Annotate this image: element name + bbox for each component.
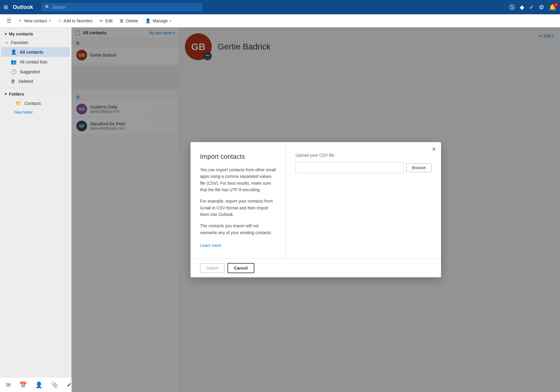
hamburger-icon[interactable]: ☰ xyxy=(4,16,14,26)
star-icon: ☆ xyxy=(58,18,62,24)
sidebar: ▾ My contacts ★ Favorites 👤 All contacts… xyxy=(0,27,72,392)
modal-description-2: For example, export your contacts from G… xyxy=(200,198,276,218)
top-bar-right: Ⓢ ◆ ✓ ⚙ 🔔 4 xyxy=(509,3,556,11)
checkmark-icon[interactable]: ✓ xyxy=(529,4,534,11)
add-to-favorites-button[interactable]: ☆ Add to favorites xyxy=(54,16,96,25)
chevron-down-icon: ▾ xyxy=(5,32,7,36)
notifications-icon[interactable]: 🔔 4 xyxy=(549,4,556,11)
trash-icon: 🗑 xyxy=(120,18,124,23)
people-icon: 👥 xyxy=(11,59,17,65)
modal-close-button[interactable]: × xyxy=(429,144,439,154)
modal-wrapper: Import contacts You can import contacts … xyxy=(191,142,441,278)
sidebar-my-contacts-section[interactable]: ▾ My contacts xyxy=(0,30,71,38)
mail-icon[interactable]: ✉ xyxy=(6,381,11,388)
search-input[interactable] xyxy=(52,5,199,10)
sidebar-item-deleted[interactable]: 🗑 Deleted xyxy=(1,77,70,86)
main-layout: ▾ My contacts ★ Favorites 👤 All contacts… xyxy=(0,27,560,392)
diamond-icon[interactable]: ◆ xyxy=(520,4,524,11)
modal-right-panel: Upload your CSV file Browse xyxy=(286,142,441,259)
search-icon: 🔍 xyxy=(45,5,50,10)
person-icon: 👤 xyxy=(11,49,17,55)
manage-dropdown-icon: ▾ xyxy=(170,19,171,23)
manage-button[interactable]: 👤 Manage ▾ xyxy=(142,16,175,25)
modal-body: Import contacts You can import contacts … xyxy=(191,142,441,259)
waffle-icon[interactable]: ⊞ xyxy=(4,4,8,10)
folder-icon: 📁 xyxy=(16,100,21,106)
edit-button[interactable]: ✏ Edit xyxy=(96,16,116,25)
browse-button[interactable]: Browse xyxy=(406,163,431,172)
top-bar: ⊞ Outlook 🔍 Ⓢ ◆ ✓ ⚙ 🔔 4 xyxy=(0,0,560,14)
search-box: 🔍 xyxy=(41,3,202,11)
modal-overlay: Import contacts You can import contacts … xyxy=(72,27,560,392)
modal-footer: Import Cancel xyxy=(191,259,441,277)
new-folder-link[interactable]: New folder xyxy=(0,108,71,116)
file-text-box[interactable] xyxy=(296,162,404,173)
sidebar-item-suggested[interactable]: 🕐 Suggested xyxy=(1,67,70,77)
plus-icon: ＋ xyxy=(18,18,22,24)
sidebar-item-contacts-folder[interactable]: 📁 Contacts xyxy=(1,98,70,108)
modal-description-3: The contacts you import will not overwri… xyxy=(200,223,276,236)
delete-button[interactable]: 🗑 Delete xyxy=(116,16,141,25)
modal-left-panel: Import contacts You can import contacts … xyxy=(191,142,286,259)
skype-icon[interactable]: Ⓢ xyxy=(509,3,515,11)
star-filled-icon: ★ xyxy=(5,40,9,45)
notification-badge: 4 xyxy=(553,2,558,7)
sidebar-item-all-contacts[interactable]: 👤 All contacts xyxy=(1,47,70,57)
bottom-nav: ✉ 📅 👤 📎 ✔ xyxy=(0,377,72,392)
content-area: All contacts By last name ▾ B GB Gertie … xyxy=(72,27,560,392)
learn-more-link[interactable]: Learn more xyxy=(200,243,276,248)
new-contact-button[interactable]: ＋ New contact ▾ xyxy=(14,16,54,25)
paperclip-icon[interactable]: 📎 xyxy=(51,381,58,388)
toolbar: ☰ ＋ New contact ▾ ☆ Add to favorites ✏ E… xyxy=(0,14,560,27)
cancel-button[interactable]: Cancel xyxy=(228,263,254,273)
calendar-icon[interactable]: 📅 xyxy=(19,381,27,388)
person-icon: 👤 xyxy=(145,18,151,24)
upload-label: Upload your CSV file xyxy=(296,153,431,158)
sidebar-item-all-contact-lists[interactable]: 👥 All contact lists xyxy=(1,57,70,67)
sidebar-item-favorites[interactable]: ★ Favorites xyxy=(0,38,71,47)
tasks-icon[interactable]: ✔ xyxy=(67,381,72,388)
delete-icon: 🗑 xyxy=(11,79,16,84)
modal-description-1: You can import contacts from other email… xyxy=(200,167,276,193)
dropdown-icon[interactable]: ▾ xyxy=(49,19,51,23)
chevron-down-icon-2: ▾ xyxy=(5,92,7,96)
import-contacts-modal: Import contacts You can import contacts … xyxy=(191,142,441,278)
pencil-icon: ✏ xyxy=(100,18,103,24)
file-input-row: Browse xyxy=(296,162,431,173)
sidebar-divider xyxy=(0,88,71,88)
app-title: Outlook xyxy=(13,4,33,10)
import-button[interactable]: Import xyxy=(200,263,225,273)
modal-title: Import contacts xyxy=(200,153,276,161)
contacts-icon[interactable]: 👤 xyxy=(35,381,43,388)
settings-icon[interactable]: ⚙ xyxy=(539,4,544,11)
sidebar-folders-section[interactable]: ▾ Folders xyxy=(0,90,71,98)
clock-icon: 🕐 xyxy=(11,69,17,74)
